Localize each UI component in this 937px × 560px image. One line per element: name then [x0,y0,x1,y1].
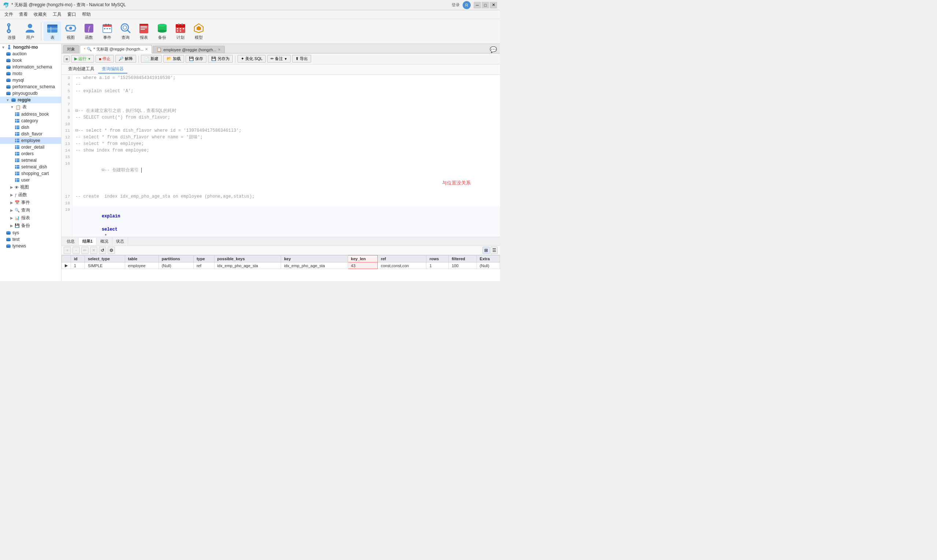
sidebar-item-reggie[interactable]: ▼ reggie [0,97,61,103]
sidebar-item-funcs-folder[interactable]: ▶ ƒ 函数 [0,191,61,199]
edit-row-button[interactable]: ✏ [81,247,89,254]
table-icon [46,22,58,34]
toolbar-view[interactable]: 视图 [62,22,79,41]
sidebar-item-perf-schema[interactable]: performance_schema [0,83,61,90]
sidebar-item-reports-folder[interactable]: ▶ 📊 报表 [0,214,61,222]
login-label[interactable]: 登录 [452,2,460,8]
result-tab-overview[interactable]: 概况 [97,238,112,245]
menu-tools[interactable]: 工具 [50,11,65,18]
hamburger-menu-button[interactable]: ≡ [64,55,69,62]
result-tab-info[interactable]: 信息 [63,238,79,245]
minimize-button[interactable]: ─ [474,2,481,8]
toolbar-schedule[interactable]: 计划 [172,22,189,41]
sidebar-item-pinyougoudb[interactable]: pinyougoudb [0,90,61,97]
chat-icon[interactable]: 💬 [490,46,499,53]
col-header-extra[interactable]: Extra [477,255,500,262]
delete-row-button[interactable]: - [72,247,80,254]
add-row-button[interactable]: + [64,247,71,254]
sidebar-item-mysql[interactable]: mysql [0,77,61,83]
tab-object[interactable]: 对象 [63,45,79,53]
toolbar-connect[interactable]: 连接 [3,22,20,41]
explain-button[interactable]: 🔎 解释 [115,55,136,63]
sidebar-item-hongzhi-mo[interactable]: ▼ hongzhi-mo [0,44,61,51]
close-button[interactable]: ✕ [490,2,497,8]
col-header-ref[interactable]: ref [378,255,426,262]
sidebar-item-queries-folder[interactable]: ▶ 🔍 查询 [0,206,61,214]
sidebar-item-auction[interactable]: auction [0,51,61,57]
sidebar-item-sys[interactable]: sys [0,229,61,236]
sidebar-item-tynews[interactable]: tynews [0,243,61,249]
grid-view-button[interactable]: ⊞ [482,247,490,254]
menu-window[interactable]: 窗口 [65,11,79,18]
col-header-type[interactable]: type [194,255,214,262]
col-header-partitions[interactable]: partitions [158,255,194,262]
sidebar-item-test[interactable]: test [0,236,61,243]
col-header-key-len[interactable]: key_len [348,255,378,262]
stop-button[interactable]: ■ 停止 [95,55,114,63]
query-editor-tab[interactable]: 查询编辑器 [98,65,128,74]
maximize-button[interactable]: □ [482,2,489,8]
result-tab-status[interactable]: 状态 [112,238,128,245]
toolbar-query[interactable]: 查询 [117,22,134,41]
run-arrow: ▼ [88,57,91,61]
sidebar-item-shopping-cart[interactable]: shopping_cart [0,170,61,177]
save-as-button[interactable]: 💾 另存为 [208,55,233,63]
sidebar-item-events-folder[interactable]: ▶ 📅 事件 [0,199,61,206]
col-header-rows[interactable]: rows [426,255,449,262]
result-tab-result1[interactable]: 结果1 [79,238,97,245]
tab-close-employee[interactable]: ✕ [218,48,221,52]
sidebar-item-category[interactable]: category [0,117,61,124]
col-header-possible-keys[interactable]: possible_keys [214,255,281,262]
sidebar-item-order-detail[interactable]: order_detail [0,144,61,151]
sidebar-item-setmeal-dish[interactable]: setmeal_dish [0,164,61,170]
run-button[interactable]: ▶ 运行 ▼ [71,55,94,63]
sidebar-item-tables-folder[interactable]: ▼ 📋 表 [0,103,61,111]
new-button[interactable]: 📄 新建 [141,55,162,63]
beautify-button[interactable]: ✦ 美化 SQL [237,55,266,63]
toolbar-report[interactable]: 报表 [135,22,152,41]
tab-employee-table[interactable]: 📋 employee @reggie (hongzh... ✕ [152,46,225,53]
toolbar-table[interactable]: 表 [43,22,61,41]
refresh-button[interactable]: ↺ [99,247,106,254]
sidebar-item-dish[interactable]: dish [0,124,61,131]
comment-button[interactable]: ✏ 备注 ▼ [267,55,291,63]
sidebar-item-backups-folder[interactable]: ▶ 💾 备份 [0,222,61,229]
sidebar-item-address-book[interactable]: address_book [0,111,61,117]
sidebar-item-book[interactable]: book [0,57,61,64]
sidebar-item-dish-flavor[interactable]: dish_flavor [0,131,61,137]
form-view-button[interactable]: ☰ [491,247,498,254]
col-header-select-type[interactable]: select_type [85,255,125,262]
col-header-key[interactable]: key [281,255,348,262]
menu-file[interactable]: 文件 [2,11,16,18]
save-as-label: 另存为 [217,56,229,62]
menu-view[interactable]: 查看 [16,11,31,18]
sidebar-item-employee[interactable]: employee [0,137,61,144]
tab-untitled-query[interactable]: * 🔍 * 无标题 @reggie (hongzh... ✕ [80,45,152,54]
sidebar-item-orders[interactable]: orders [0,151,61,157]
menu-favorites[interactable]: 收藏夹 [31,11,50,18]
toolbar-model[interactable]: 模型 [190,22,208,41]
sidebar-item-user[interactable]: user [0,177,61,183]
sidebar-item-setmeal[interactable]: setmeal [0,157,61,164]
tab-close-query[interactable]: ✕ [145,47,148,51]
toolbar-backup[interactable]: 备份 [153,22,171,41]
cancel-edit-button[interactable]: ✕ [90,247,97,254]
query-create-tab[interactable]: 查询创建工具 [65,65,98,74]
sidebar-item-moto[interactable]: moto [0,70,61,77]
svg-point-24 [123,26,127,29]
sidebar-item-views-folder[interactable]: ▶ 👁 视图 [0,183,61,191]
line-content-13: -- select * from employee; [72,140,500,147]
toolbar-event[interactable]: 事件 [98,22,116,41]
col-header-id[interactable]: id [71,255,85,262]
toolbar-func[interactable]: f 函数 [80,22,98,41]
code-editor[interactable]: 3 -- where a.id = '1525698454341910530';… [62,75,500,237]
export-button[interactable]: ⬆ 导出 [292,55,311,63]
sidebar-item-information-schema[interactable]: information_schema [0,64,61,70]
toolbar-user[interactable]: 用户 [21,22,39,41]
col-header-table[interactable]: table [125,255,158,262]
col-header-filtered[interactable]: filtered [449,255,477,262]
menu-help[interactable]: 帮助 [79,11,94,18]
load-button[interactable]: 📂 加载 [163,55,184,63]
save-button[interactable]: 💾 保存 [186,55,206,63]
customize-button[interactable]: ⚙ [108,247,115,254]
